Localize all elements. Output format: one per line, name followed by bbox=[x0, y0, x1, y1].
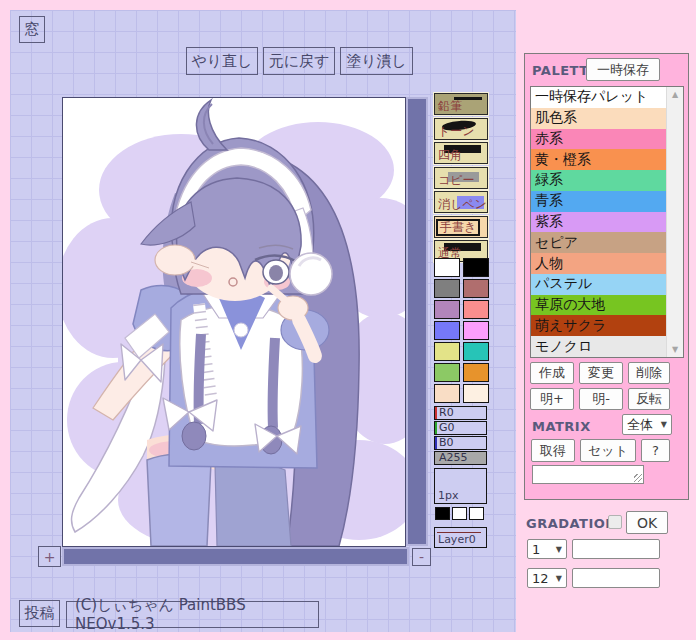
alpha-value-label: A255 bbox=[439, 451, 468, 464]
gradation-checkbox[interactable] bbox=[608, 515, 622, 529]
undo-button[interactable]: 元に戻す bbox=[263, 47, 335, 75]
palette-item[interactable]: 肌色系 bbox=[531, 108, 666, 129]
color-swatch[interactable] bbox=[463, 279, 489, 298]
tool-freehand-label: 手書き bbox=[436, 219, 480, 236]
mask-color-square-2[interactable] bbox=[452, 507, 467, 520]
scroll-up-arrow-icon[interactable]: ▲ bbox=[672, 87, 678, 102]
palette-items: 一時保存パレット 肌色系 赤系 黄・橙系 緑系 青系 紫系 セピア 人物 パステ… bbox=[531, 87, 666, 357]
gradation-steps-select-bottom[interactable]: 12 ▼ bbox=[527, 568, 567, 588]
palette-item[interactable]: 一時保存パレット bbox=[531, 87, 666, 108]
matrix-get-button[interactable]: 取得 bbox=[531, 439, 575, 462]
palette-item[interactable]: 紫系 bbox=[531, 212, 666, 233]
fill-button[interactable]: 塗り潰し bbox=[340, 47, 413, 75]
color-swatch[interactable] bbox=[463, 300, 489, 319]
gradation-input-bottom[interactable] bbox=[572, 568, 660, 588]
red-accent bbox=[435, 407, 437, 419]
layer-selector[interactable]: Layer0 bbox=[434, 527, 487, 548]
palette-change-button[interactable]: 変更 bbox=[579, 362, 623, 384]
tool-rect-button[interactable]: 四角 bbox=[434, 142, 488, 164]
window-button[interactable]: 窓 bbox=[19, 16, 45, 43]
color-swatch[interactable] bbox=[463, 258, 489, 277]
color-swatch[interactable] bbox=[463, 342, 489, 361]
palette-darken-button[interactable]: 明- bbox=[579, 388, 623, 410]
chevron-down-icon: ▼ bbox=[556, 545, 562, 554]
gradation-steps-top-value: 1 bbox=[532, 542, 540, 557]
scroll-down-arrow-icon[interactable]: ▼ bbox=[672, 342, 678, 357]
palette-list-scrollbar[interactable]: ▲ ▼ bbox=[666, 87, 683, 357]
palette-create-button[interactable]: 作成 bbox=[530, 362, 574, 384]
post-button[interactable]: 投稿 bbox=[19, 600, 60, 627]
palette-item[interactable]: 青系 bbox=[531, 191, 666, 212]
palette-item[interactable]: 緑系 bbox=[531, 170, 666, 191]
palette-item[interactable]: 人物 bbox=[531, 253, 666, 274]
matrix-set-button[interactable]: セット bbox=[580, 439, 636, 462]
tool-copy-label: コピー bbox=[435, 173, 475, 188]
layer-label: Layer0 bbox=[438, 533, 476, 546]
mask-color-square-3[interactable] bbox=[469, 507, 484, 520]
artwork-illustration bbox=[63, 98, 405, 546]
blue-value-field[interactable]: B0 bbox=[434, 436, 487, 450]
gradation-ok-button[interactable]: OK bbox=[626, 511, 668, 534]
tool-copy-button[interactable]: コピー bbox=[434, 167, 488, 189]
matrix-title: MATRIX bbox=[532, 419, 591, 434]
chevron-down-icon: ▼ bbox=[556, 574, 562, 583]
canvas-vertical-scrollbar[interactable] bbox=[406, 97, 428, 546]
tool-tone-button[interactable]: トーン bbox=[434, 118, 488, 140]
palette-invert-button[interactable]: 反転 bbox=[628, 388, 670, 410]
palette-item[interactable]: 草原の大地 bbox=[531, 295, 666, 316]
layer-indicator-line bbox=[437, 532, 481, 533]
color-swatch[interactable] bbox=[463, 384, 489, 403]
tool-pencil-label: 鉛筆 bbox=[435, 99, 462, 114]
color-swatch[interactable] bbox=[463, 321, 489, 340]
red-value-field[interactable]: R0 bbox=[434, 406, 487, 420]
gradation-input-top[interactable] bbox=[572, 539, 660, 559]
palette-save-button[interactable]: 一時保存 bbox=[586, 58, 660, 81]
matrix-help-button[interactable]: ? bbox=[641, 439, 670, 462]
palette-item[interactable]: パステル bbox=[531, 274, 666, 295]
color-swatch[interactable] bbox=[434, 363, 460, 382]
color-swatch[interactable] bbox=[463, 363, 489, 382]
palette-item[interactable]: 黄・橙系 bbox=[531, 149, 666, 170]
tool-normal-label: 通常 bbox=[435, 246, 462, 261]
color-swatch[interactable] bbox=[434, 300, 460, 319]
tool-freehand-button[interactable]: 手書き bbox=[434, 216, 488, 238]
alpha-value-field[interactable]: A255 bbox=[434, 451, 487, 465]
tool-rect-label: 四角 bbox=[435, 148, 462, 163]
red-value-label: R0 bbox=[439, 406, 454, 419]
green-accent bbox=[435, 422, 437, 434]
zoom-in-button[interactable]: + bbox=[38, 546, 61, 567]
tool-eraser-button[interactable]: 消しペン bbox=[434, 191, 488, 213]
palette-item[interactable]: 赤系 bbox=[531, 129, 666, 150]
drawing-canvas[interactable] bbox=[62, 97, 406, 547]
palette-brighten-button[interactable]: 明+ bbox=[530, 388, 574, 410]
tool-tone-label: トーン bbox=[435, 124, 475, 139]
pen-size-preview[interactable]: 1px bbox=[434, 468, 487, 504]
color-swatch[interactable] bbox=[434, 321, 460, 340]
green-value-field[interactable]: G0 bbox=[434, 421, 487, 435]
color-swatch[interactable] bbox=[434, 384, 460, 403]
paintbbs-app: 窓 やり直し 元に戻す 塗り潰し bbox=[0, 0, 696, 640]
tool-pencil-button[interactable]: 鉛筆 bbox=[434, 93, 488, 115]
color-swatch[interactable] bbox=[434, 279, 460, 298]
palette-item[interactable]: 萌えサクラ bbox=[531, 315, 666, 336]
palette-delete-button[interactable]: 削除 bbox=[628, 362, 670, 384]
drawing-board-area: 窓 やり直し 元に戻す 塗り潰し bbox=[10, 10, 516, 632]
zoom-out-button[interactable]: - bbox=[412, 548, 431, 566]
palette-item[interactable]: セピア bbox=[531, 232, 666, 253]
chevron-down-icon: ▼ bbox=[661, 420, 667, 429]
redo-button[interactable]: やり直し bbox=[186, 47, 258, 75]
canvas-horizontal-scrollbar[interactable] bbox=[62, 547, 409, 566]
green-value-label: G0 bbox=[439, 421, 455, 434]
mask-color-square-1[interactable] bbox=[435, 507, 450, 520]
gradation-steps-bottom-value: 12 bbox=[532, 571, 549, 586]
gradation-title: GRADATION bbox=[526, 516, 617, 531]
blue-accent bbox=[435, 437, 437, 449]
gradation-steps-select-top[interactable]: 1 ▼ bbox=[527, 539, 567, 559]
resize-handle-icon[interactable] bbox=[634, 474, 642, 482]
matrix-textarea[interactable] bbox=[532, 465, 644, 484]
palette-panel: PALETTE 一時保存 一時保存パレット 肌色系 赤系 黄・橙系 緑系 青系 … bbox=[524, 53, 689, 500]
matrix-scope-select[interactable]: 全体 ▼ bbox=[622, 414, 672, 435]
palette-listbox: 一時保存パレット 肌色系 赤系 黄・橙系 緑系 青系 紫系 セピア 人物 パステ… bbox=[530, 86, 684, 358]
color-swatch[interactable] bbox=[434, 342, 460, 361]
palette-item[interactable]: モノクロ bbox=[531, 336, 666, 357]
